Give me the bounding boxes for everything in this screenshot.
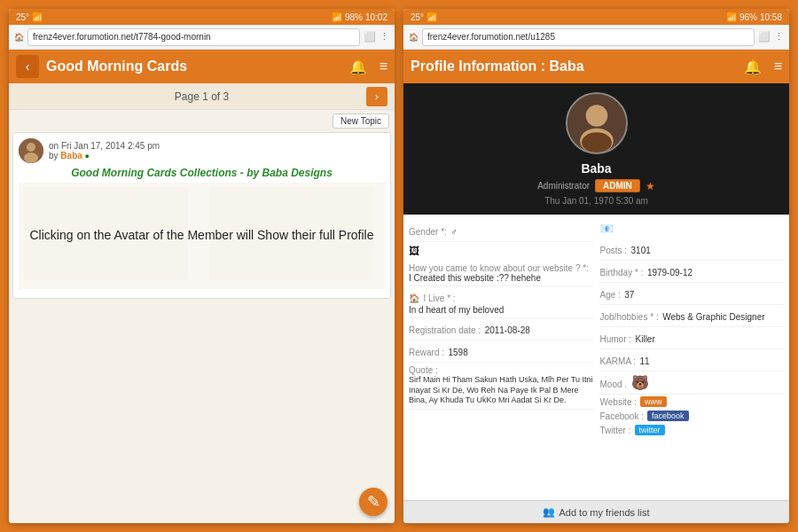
right-status-bar: 25° 📶 📶 96% 10:58 <box>403 9 789 25</box>
profile-date: Thu Jan 01, 1970 5:30 am <box>544 196 648 206</box>
svg-point-9 <box>585 105 607 127</box>
left-page-title: Good Morning Cards <box>46 59 337 74</box>
post-meta: on Fri Jan 17, 2014 2:45 pm by Baba ● <box>49 141 160 160</box>
right-menu-icon[interactable]: ≡ <box>774 59 782 74</box>
facebook-label: Facebook : <box>600 411 644 421</box>
profile-name: Baba <box>581 161 611 176</box>
admin-badge: ADMIN <box>595 179 640 192</box>
twitter-field: Twitter : twitter <box>600 423 785 437</box>
reg-value: 2011-08-28 <box>485 325 530 335</box>
left-wifi-icon: 📶 <box>332 12 342 22</box>
post-title: Good Morning Cards Collections - by Baba… <box>19 167 385 179</box>
left-content: New Topic on Fri Jan 17, 2014 2:45 pm <box>9 110 395 523</box>
job-label: Job/hobbies * : <box>600 312 659 322</box>
reward-value: 1598 <box>448 348 467 357</box>
right-time: 10:58 <box>760 12 782 22</box>
birthday-label: Birthday * : <box>600 268 644 278</box>
left-address-bar: 🏠 frenz4ever.forumotion.net/t7784-good-m… <box>9 25 395 50</box>
profile-header: Baba Administrator ADMIN ★ Thu Jan 01, 1… <box>403 83 789 215</box>
website-badge[interactable]: www <box>640 396 667 407</box>
gender-value: ♂ <box>450 227 458 237</box>
right-url-box[interactable]: frenz4ever.forumotion.net/u1285 <box>422 28 755 46</box>
gender-field: Gender *: ♂ <box>409 220 593 242</box>
live-value: In d heart of my beloved <box>409 305 593 315</box>
role-text: Administrator <box>537 181 590 191</box>
karma-value: 11 <box>640 356 650 366</box>
profile-avatar <box>566 92 628 154</box>
left-temp: 25° <box>16 12 29 22</box>
mood-icon: 🐻 <box>631 375 649 390</box>
karma-field: KARMA : 11 <box>600 349 785 372</box>
back-button[interactable]: ‹ <box>16 55 39 78</box>
twitter-label: Twitter : <box>600 426 631 435</box>
right-nav-bar: Profile Information : Baba 🔔 ≡ <box>403 50 789 83</box>
fab-button[interactable]: ✎ <box>359 488 387 516</box>
posts-field: Posts : 3101 <box>600 239 785 261</box>
left-signal-icon: 📶 <box>32 12 43 22</box>
right-page-title: Profile Information : Baba <box>411 59 732 74</box>
right-temp: 25° <box>411 12 424 22</box>
right-wifi-icon: 📶 <box>726 12 737 22</box>
post-by: by <box>49 151 59 160</box>
new-topic-button[interactable]: New Topic <box>332 113 389 129</box>
age-value: 37 <box>624 290 634 300</box>
more-icon[interactable]: ⋮ <box>379 31 389 43</box>
quote-field: Quote : Sirf Main Hi Tham Sakun Hath Usk… <box>409 363 593 410</box>
how-value: I Created this website :?? hehehe <box>409 273 593 283</box>
right-more-icon[interactable]: ⋮ <box>774 31 784 43</box>
member-avatar[interactable] <box>19 138 43 163</box>
left-url-box[interactable]: frenz4ever.forumotion.net/t7784-good-mor… <box>27 28 360 46</box>
page-indicator: Page 1 of 3 <box>37 90 366 103</box>
left-time: 10:02 <box>365 12 387 22</box>
post-username: Baba <box>60 151 82 160</box>
menu-icon[interactable]: ≡ <box>379 59 387 74</box>
right-bell-icon[interactable]: 🔔 <box>744 59 762 75</box>
gender-image-icon: 🖼 <box>409 245 419 257</box>
bell-icon[interactable]: 🔔 <box>349 59 367 75</box>
mood-label: Mood . <box>600 379 628 389</box>
humor-field: Humor : Killer <box>600 327 785 349</box>
left-battery: 98% <box>345 12 363 22</box>
add-friend-button[interactable]: 👥 Add to my friends list <box>543 506 649 518</box>
humor-label: Humor : <box>600 334 632 344</box>
left-url: frenz4ever.forumotion.net/t7784-good-mor… <box>33 32 211 42</box>
website-label: Website : <box>600 397 638 407</box>
how-label: How you came to know about our website ?… <box>409 263 593 273</box>
twitter-badge[interactable]: twitter <box>635 425 665 435</box>
new-topic-bar: New Topic <box>9 110 395 132</box>
quote-value: Sirf Main Hi Tham Sakun Hath Uska, Mlh P… <box>409 375 593 406</box>
karma-label: KARMA : <box>600 356 637 366</box>
left-status-bar: 25° 📶 📶 98% 10:02 <box>9 9 395 25</box>
svg-point-11 <box>582 132 612 153</box>
star-icon: ★ <box>645 180 655 192</box>
right-signal-icon: 📶 <box>426 12 437 22</box>
reg-field: Registration date : 2011-08-28 <box>409 318 593 340</box>
svg-point-2 <box>24 153 38 163</box>
live-field: 🏠 I Live * : In d heart of my beloved <box>409 286 593 318</box>
live-label: I Live * : <box>423 293 455 303</box>
age-field: Age : 37 <box>600 283 785 305</box>
next-page-button[interactable]: › <box>366 87 387 106</box>
tab-icon[interactable]: ⬜ <box>364 31 376 43</box>
mood-field: Mood . 🐻 <box>600 372 785 395</box>
svg-point-1 <box>27 143 35 152</box>
right-home-icon: 🏠 <box>409 33 419 42</box>
add-friend-bar: 👥 Add to my friends list <box>403 500 789 523</box>
online-dot: ● <box>85 152 90 160</box>
right-tab-icon[interactable]: ⬜ <box>758 31 771 43</box>
reg-label: Registration date : <box>409 325 481 335</box>
right-battery: 96% <box>739 12 757 22</box>
job-value: Webs & Graphic Designer <box>662 312 764 322</box>
post-date: on Fri Jan 17, 2014 2:45 pm <box>49 141 160 151</box>
reward-label: Reward : <box>409 348 444 357</box>
right-address-bar: 🏠 frenz4ever.forumotion.net/u1285 ⬜ ⋮ <box>403 25 789 50</box>
posts-value: 3101 <box>631 246 651 255</box>
right-url: frenz4ever.forumotion.net/u1285 <box>427 32 555 42</box>
reward-field: Reward : 1598 <box>409 340 593 363</box>
post-image-area: Clicking on the Avatar of the Member wil… <box>19 183 385 289</box>
posts-label: Posts : <box>600 246 628 255</box>
website-field: Website : www <box>600 395 785 409</box>
facebook-badge[interactable]: facebook <box>647 411 689 421</box>
facebook-field: Facebook : facebook <box>600 409 785 423</box>
left-phone: 25° 📶 📶 98% 10:02 🏠 frenz4ever.forumotio… <box>9 9 395 523</box>
